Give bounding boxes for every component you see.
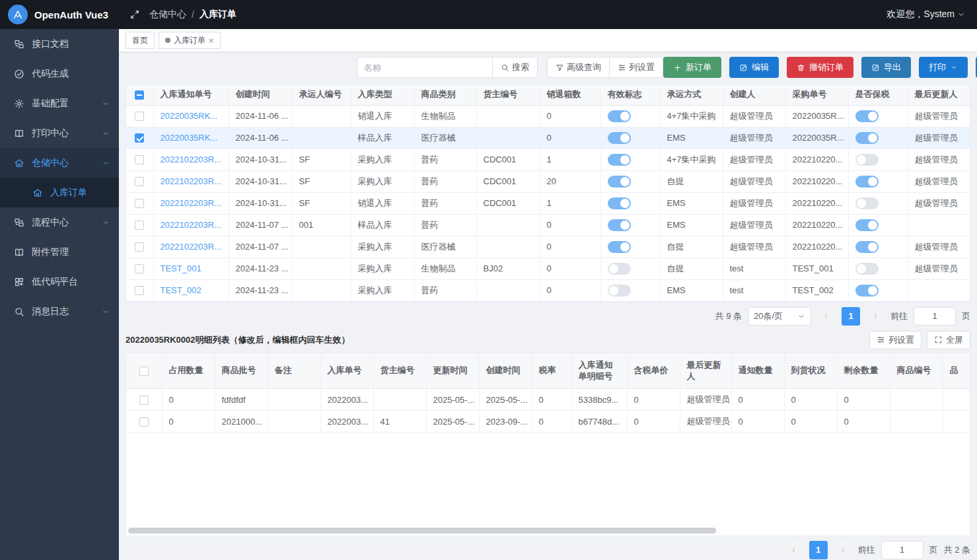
collapse-sidebar-icon[interactable] [129,9,140,20]
sidebar-item-6[interactable]: 流程中心 [0,207,119,237]
fullscreen-button[interactable]: 全屏 [927,331,970,349]
valid_flag-toggle[interactable] [608,197,631,209]
column-header-carrier_no[interactable]: 承运人编号 [292,85,351,105]
column-header-last_updater[interactable]: 最后更新人 [908,85,970,105]
bonded-toggle[interactable] [855,154,879,166]
column-header-valid_flag[interactable]: 有效标志 [600,85,660,105]
valid_flag-toggle[interactable] [608,241,631,253]
action-button-撤销订单[interactable]: 撤销订单 [787,57,853,78]
tab-入库订单[interactable]: 入库订单× [159,32,221,49]
bonded-toggle[interactable] [855,110,879,122]
column-header-notice_no[interactable]: 入库通知单号 [153,85,229,105]
action-button-新订单[interactable]: 新订单 [663,57,721,78]
order-link[interactable]: 20220035RK... [161,133,218,143]
prev-page-button[interactable] [785,541,803,559]
column-header-created[interactable]: 创建时间 [479,353,532,389]
sidebar-item-8[interactable]: 低代码平台 [0,267,119,297]
column-header-notice_detail_no[interactable]: 入库通知单明细号 [571,353,627,389]
row-checkbox[interactable] [135,221,144,230]
column-header-return_boxes[interactable]: 销退箱数 [540,85,600,105]
bonded-toggle[interactable] [855,285,879,297]
scrollbar-thumb[interactable] [128,528,716,534]
column-header-creator[interactable]: 创建人 [723,85,785,105]
column-header-occupied_qty[interactable]: 占用数量 [162,353,215,389]
bonded-toggle[interactable] [855,197,879,209]
sidebar-item-4[interactable]: 打印中心 [0,118,119,148]
column-settings-button[interactable]: 列设置 [609,57,663,78]
close-icon[interactable]: × [209,36,214,45]
user-menu[interactable]: 欢迎您，System [887,9,965,20]
column-header-purchase_no[interactable]: 采购单号 [785,85,848,105]
row-checkbox[interactable] [139,417,149,427]
row-checkbox[interactable] [135,155,144,164]
current-page-button[interactable]: 1 [842,307,860,326]
column-header-tax_price[interactable]: 含税单价 [627,353,680,389]
order-link[interactable]: 20220035RK... [161,111,218,121]
column-header-updated[interactable]: 更新时间 [426,353,479,389]
row-checkbox[interactable] [139,396,149,405]
row-checkbox[interactable] [135,286,144,295]
breadcrumb-parent[interactable]: 仓储中心 [149,9,186,20]
column-header-owner_no[interactable]: 货主编号 [476,85,540,105]
current-page-button[interactable]: 1 [809,541,828,559]
bonded-toggle[interactable] [855,132,879,144]
goto-page-input[interactable] [914,307,956,326]
valid_flag-toggle[interactable] [608,154,631,166]
column-header-remaining_qty[interactable]: 剩余数量 [837,353,890,389]
sidebar-subitem[interactable]: 入库订单 [0,178,119,207]
row-checkbox[interactable] [135,112,144,121]
bonded-toggle[interactable] [855,176,879,188]
select-all-checkbox[interactable] [139,367,149,376]
tab-首页[interactable]: 首页 [126,32,155,49]
sidebar-item-5[interactable]: 仓储中心 [0,148,119,178]
column-header-owner_no[interactable]: 货主编号 [373,353,426,389]
search-input[interactable] [357,57,492,78]
action-button-导出[interactable]: 导出 [861,57,911,78]
valid_flag-toggle[interactable] [608,132,631,144]
advanced-query-button[interactable]: 高级查询 [547,57,610,78]
sidebar-item-9[interactable]: 消息日志 [0,297,119,326]
sidebar-item-7[interactable]: 附件管理 [0,237,119,267]
next-page-button[interactable] [866,307,885,326]
column-header-product_no[interactable]: 商品编号 [890,353,943,389]
bonded-toggle[interactable] [855,263,879,275]
sidebar-item-3[interactable]: 基础配置 [0,88,119,118]
goto-page-input[interactable] [881,541,923,559]
column-header-notify_qty[interactable]: 通知数量 [731,353,784,389]
column-header-arrival_status[interactable]: 到货状况 [784,353,837,389]
column-header-cutoff[interactable]: 品 [943,353,970,389]
row-checkbox[interactable] [135,242,144,252]
order-link[interactable]: TEST_001 [161,263,201,273]
column-header-order_no[interactable]: 入库单号 [320,353,373,389]
row-checkbox[interactable] [135,177,144,186]
order-link[interactable]: TEST_002 [161,285,201,295]
column-header-last_updater[interactable]: 最后更新人 [680,353,731,389]
column-header-inbound_type[interactable]: 入库类型 [351,85,414,105]
column-header-category[interactable]: 商品类别 [414,85,476,105]
column-header-created[interactable]: 创建时间 [229,85,292,105]
order-link[interactable]: 2022102203R... [161,198,222,208]
action-button-编辑[interactable]: 编辑 [729,57,779,78]
column-header-tax_rate[interactable]: 税率 [532,353,571,389]
valid_flag-toggle[interactable] [608,110,631,122]
select-all-checkbox[interactable] [135,90,144,100]
valid_flag-toggle[interactable] [608,219,631,231]
bonded-toggle[interactable] [855,241,879,253]
detail-column-settings-button[interactable]: 列设置 [869,331,922,349]
valid_flag-toggle[interactable] [608,285,631,297]
row-checkbox[interactable] [135,199,144,208]
valid_flag-toggle[interactable] [608,263,631,275]
row-checkbox[interactable] [135,264,144,273]
search-button[interactable]: 搜索 [492,57,538,78]
prev-page-button[interactable] [817,307,836,326]
sidebar-item-1[interactable]: 接口文档 [0,29,119,59]
next-page-button[interactable] [834,541,852,559]
column-header-transport[interactable]: 承运方式 [660,85,723,105]
order-link[interactable]: 2022102203R... [161,220,222,230]
bonded-toggle[interactable] [855,219,879,231]
column-header-remark[interactable]: 备注 [268,353,320,389]
valid_flag-toggle[interactable] [608,176,631,188]
page-size-select[interactable]: 20条/页 [748,307,811,326]
sidebar-item-2[interactable]: 代码生成 [0,59,119,88]
column-header-batch_no[interactable]: 商品批号 [215,353,268,389]
